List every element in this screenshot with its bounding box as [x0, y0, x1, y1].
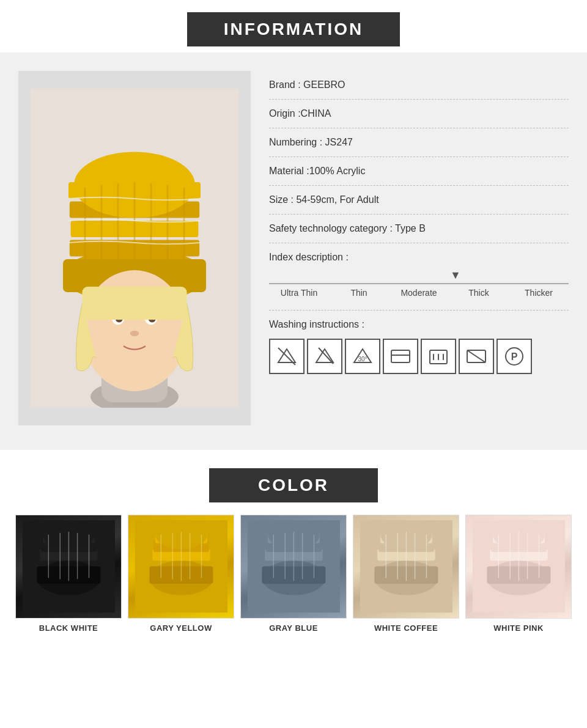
svg-text:P: P	[511, 351, 518, 362]
numbering-row: Numbering : JS247	[269, 128, 569, 157]
brand-row: Brand : GEEBRO	[269, 71, 569, 100]
index-section: Index description : ▼ Ultra Thin Thin Mo…	[269, 243, 569, 311]
color-name-white-coffee: WHITE COFFEE	[374, 623, 438, 633]
info-header-label: INFORMATION	[224, 20, 363, 39]
color-swatch-white-coffee	[353, 515, 459, 619]
wash-icon-dry-clean	[459, 339, 494, 374]
material-row: Material :100% Acrylic	[269, 157, 569, 186]
product-image	[18, 71, 251, 425]
washing-label: Washing instructions :	[269, 319, 569, 330]
index-thin: Thin	[329, 288, 389, 298]
info-header-box: INFORMATION	[187, 12, 400, 46]
safety-text: Safety technology category : Type B	[269, 223, 426, 233]
svg-rect-32	[391, 350, 410, 362]
color-swatch-gray-blue	[240, 515, 347, 619]
size-row: Size : 54-59cm, For Adult	[269, 186, 569, 215]
color-header-box: COLOR	[209, 468, 378, 502]
info-header-section: INFORMATION	[0, 0, 587, 53]
svg-point-24	[130, 331, 139, 336]
brand-text: Brand : GEEBRO	[269, 79, 345, 90]
size-text: Size : 54-59cm, For Adult	[269, 194, 379, 205]
color-name-white-pink: WHITE PINK	[493, 623, 544, 633]
svg-rect-25	[83, 287, 187, 320]
color-item-gary-yellow[interactable]: GARY YELLOW	[125, 515, 237, 633]
product-section: Brand : GEEBRO Origin :CHINA Numbering :…	[0, 53, 587, 450]
color-item-gray-blue[interactable]: GRAY BLUE	[237, 515, 350, 633]
numbering-text: Numbering : JS247	[269, 137, 353, 147]
origin-text: Origin :CHINA	[269, 108, 331, 119]
wash-icon-no-bleach	[307, 339, 342, 374]
washing-section: Washing instructions :	[269, 311, 569, 380]
color-grid: BLACK WHITE GARY YELLOW	[0, 509, 587, 645]
svg-line-39	[467, 350, 485, 362]
index-thicker: Thicker	[509, 288, 569, 298]
wash-icon-p: P	[497, 339, 532, 374]
index-ultra-thin: Ultra Thin	[269, 288, 329, 298]
origin-row: Origin :CHINA	[269, 100, 569, 128]
color-name-gary-yellow: GARY YELLOW	[150, 623, 212, 633]
wash-icon-tumble	[383, 339, 418, 374]
product-info: Brand : GEEBRO Origin :CHINA Numbering :…	[269, 71, 569, 425]
color-item-white-pink[interactable]: WHITE PINK	[462, 515, 575, 633]
material-text: Material :100% Acrylic	[269, 166, 365, 176]
color-item-black-white[interactable]: BLACK WHITE	[12, 515, 125, 633]
color-swatch-black-white	[15, 515, 122, 619]
index-labels: Ultra Thin Thin Moderate Thick Thicker	[269, 283, 569, 304]
washing-icons: 30°	[269, 339, 569, 374]
index-thick: Thick	[449, 288, 509, 298]
color-header-section: COLOR	[0, 450, 587, 509]
wash-icon-30: 30°	[345, 339, 380, 374]
svg-text:30°: 30°	[358, 356, 367, 362]
product-hat-svg	[30, 89, 239, 408]
color-name-black-white: BLACK WHITE	[39, 623, 98, 633]
wash-icon-iron	[421, 339, 456, 374]
index-label: Index description :	[269, 252, 569, 263]
index-arrow: ▼	[342, 269, 569, 282]
color-item-white-coffee[interactable]: WHITE COFFEE	[350, 515, 462, 633]
color-name-gray-blue: GRAY BLUE	[269, 623, 318, 633]
color-swatch-white-pink	[465, 515, 572, 619]
index-moderate: Moderate	[389, 288, 449, 298]
index-scale: ▼ Ultra Thin Thin Moderate Thick Thicker	[269, 269, 569, 304]
color-swatch-gary-yellow	[128, 515, 234, 619]
color-header-label: COLOR	[258, 476, 329, 495]
wash-icon-no-wash	[269, 339, 305, 374]
safety-row: Safety technology category : Type B	[269, 215, 569, 243]
